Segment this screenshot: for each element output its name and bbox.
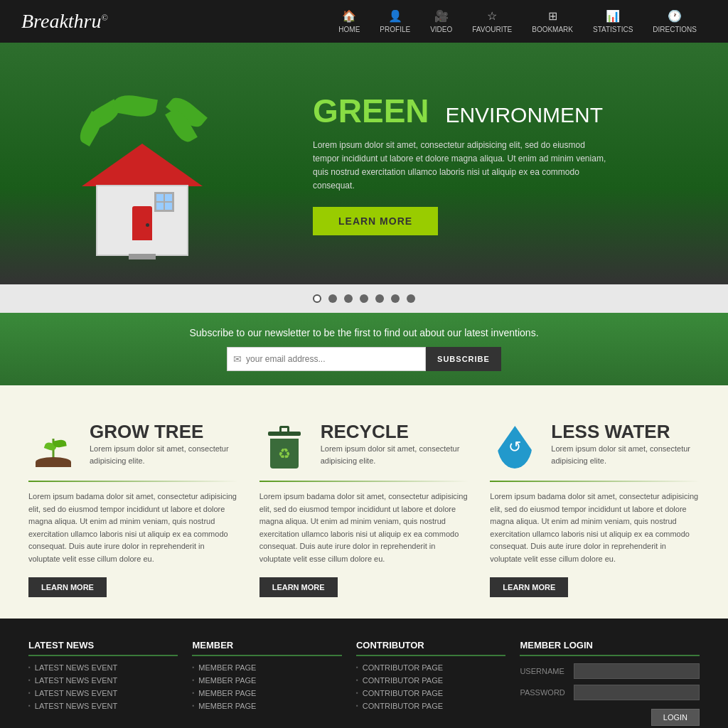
footer-contributor-title: CONTRIBUTOR [356, 640, 505, 656]
email-input[interactable] [246, 354, 419, 364]
footer-member-link-4-label: MEMBER PAGE [198, 702, 256, 710]
bullet-icon-4: ▪ [28, 702, 31, 709]
sprout-leaf-right [53, 439, 66, 448]
nav-directions[interactable]: 🕐 DIRECTIONS [643, 4, 707, 39]
learn-more-button[interactable]: LEARN MORE [313, 207, 438, 235]
nav-home[interactable]: 🏠 HOME [328, 4, 370, 39]
feature-grow-tree-short-desc: Lorem ipsum dolor sit amet, consectetur … [90, 443, 238, 466]
footer-news-link-2[interactable]: ▪ LATEST NEWS EVENT [28, 676, 178, 685]
newsletter-form: ✉ SUBSCRIBE [14, 347, 714, 371]
hero-green-word: GREEN [313, 92, 429, 129]
feature-less-water-short-desc: Lorem ipsum dolor sit amet, consectetur … [551, 443, 700, 466]
footer-news-link-1-label: LATEST NEWS EVENT [35, 663, 117, 672]
directions-icon: 🕐 [668, 9, 682, 23]
features-section: GROW TREE Lorem ipsum dolor sit amet, co… [0, 385, 728, 619]
footer-login-title: MEMBER LOGIN [520, 640, 700, 656]
footer-news-link-3[interactable]: ▪ LATEST NEWS EVENT [28, 689, 178, 697]
leaf-2 [112, 92, 158, 119]
nav-statistics[interactable]: 📊 STATISTICS [583, 4, 643, 39]
feature-recycle-title-wrap: RECYCLE Lorem ipsum dolor sit amet, cons… [321, 421, 469, 473]
hero-title-rest: ENVIRONMENT [445, 103, 603, 127]
feature-less-water-header: ↺ LESS WATER Lorem ipsum dolor sit amet,… [490, 421, 700, 473]
nav-home-label: HOME [338, 26, 360, 33]
footer-contributor-link-1[interactable]: ▪ CONTRIBUTOR PAGE [356, 663, 505, 672]
nav-bookmark[interactable]: ⊞ BOOKMARK [522, 4, 583, 39]
newsletter-text: Subscribe to our newsletter to be the fi… [14, 327, 714, 338]
feature-recycle-button[interactable]: LEARN MORE [259, 577, 338, 597]
dot-3[interactable] [344, 294, 353, 303]
footer-contributor-link-4-label: CONTRIBUTOR PAGE [363, 702, 443, 710]
main-nav: 🏠 HOME 👤 PROFILE 🎥 VIDEO ☆ FAVOURITE ⊞ B… [178, 4, 707, 39]
footer-member-link-2[interactable]: ▪ MEMBER PAGE [192, 676, 341, 685]
footer-member-link-3[interactable]: ▪ MEMBER PAGE [192, 689, 341, 697]
logo: Breakthru© [21, 10, 178, 33]
feature-less-water-divider [490, 481, 700, 482]
feature-grow-tree-long-desc: Lorem ipsum badama dolor sit amet, conse… [28, 491, 238, 566]
nav-favourite[interactable]: ☆ FAVOURITE [462, 4, 522, 39]
dot-5[interactable] [375, 294, 384, 303]
member-bullet-1: ▪ [192, 664, 194, 670]
feature-recycle-short-desc: Lorem ipsum dolor sit amet, consectetur … [321, 443, 469, 466]
dot-2[interactable] [328, 294, 337, 303]
footer-contributor-link-2[interactable]: ▪ CONTRIBUTOR PAGE [356, 676, 505, 685]
feature-grow-tree-button[interactable]: LEARN MORE [28, 577, 107, 597]
footer-news-link-2-label: LATEST NEWS EVENT [35, 676, 117, 685]
password-input[interactable] [574, 685, 700, 700]
footer-contributor-link-3[interactable]: ▪ CONTRIBUTOR PAGE [356, 689, 505, 697]
recycle-symbol: ♻ [278, 445, 291, 462]
footer-member-link-1-label: MEMBER PAGE [198, 663, 256, 672]
feature-recycle-divider [259, 481, 469, 482]
feature-grow-tree-header: GROW TREE Lorem ipsum dolor sit amet, co… [28, 421, 238, 473]
username-input[interactable] [574, 663, 700, 679]
password-field: PASSWORD [520, 685, 700, 700]
footer-news-link-1[interactable]: ▪ LATEST NEWS EVENT [28, 663, 178, 672]
nav-directions-label: DIRECTIONS [653, 26, 697, 33]
footer-news-link-3-label: LATEST NEWS EVENT [35, 689, 117, 697]
dot-6[interactable] [391, 294, 400, 303]
password-label: PASSWORD [520, 688, 568, 697]
nav-bookmark-label: BOOKMARK [532, 26, 573, 33]
feature-less-water-long-desc: Lorem ipsum badama dolor sit amet, conse… [490, 491, 700, 566]
footer-news-link-4[interactable]: ▪ LATEST NEWS EVENT [28, 702, 178, 710]
subscribe-button[interactable]: SUBSCRIBE [426, 347, 501, 371]
feature-grow-tree-title: GROW TREE [90, 421, 238, 443]
contributor-bullet-2: ▪ [356, 677, 358, 683]
house-illustration [64, 85, 220, 270]
feature-less-water-title: LESS WATER [551, 421, 700, 443]
feature-less-water-button[interactable]: LEARN MORE [490, 577, 568, 597]
footer-contributor-link-4[interactable]: ▪ CONTRIBUTOR PAGE [356, 702, 505, 710]
feature-less-water-title-wrap: LESS WATER Lorem ipsum dolor sit amet, c… [551, 421, 700, 473]
house-step [129, 254, 156, 259]
nav-video[interactable]: 🎥 VIDEO [420, 4, 462, 39]
header: Breakthru© 🏠 HOME 👤 PROFILE 🎥 VIDEO ☆ FA… [0, 0, 728, 43]
favourite-icon: ☆ [487, 9, 497, 23]
nav-video-label: VIDEO [430, 26, 452, 33]
logo-symbol: © [102, 13, 108, 23]
dot-4[interactable] [360, 294, 368, 303]
footer-latest-news: LATEST NEWS ▪ LATEST NEWS EVENT ▪ LATEST… [28, 640, 178, 726]
recycle-icon-wrap: ♻ [259, 422, 309, 472]
footer-member-link-4[interactable]: ▪ MEMBER PAGE [192, 702, 341, 710]
footer-member-login: MEMBER LOGIN USERNAME PASSWORD LOGIN [520, 640, 700, 726]
dot-1[interactable] [313, 294, 321, 303]
statistics-icon: 📊 [606, 9, 620, 23]
nav-profile[interactable]: 👤 PROFILE [370, 4, 420, 39]
contributor-bullet-4: ▪ [356, 702, 358, 709]
bullet-icon-1: ▪ [28, 664, 31, 670]
member-bullet-2: ▪ [192, 677, 194, 683]
footer-member-link-1[interactable]: ▪ MEMBER PAGE [192, 663, 341, 672]
footer-member: MEMBER ▪ MEMBER PAGE ▪ MEMBER PAGE ▪ MEM… [192, 640, 341, 726]
sprout-soil [36, 457, 71, 467]
footer: LATEST NEWS ▪ LATEST NEWS EVENT ▪ LATEST… [0, 619, 728, 728]
login-button[interactable]: LOGIN [651, 709, 700, 726]
bin-body: ♻ [270, 439, 299, 469]
hero-image [0, 43, 284, 284]
dot-7[interactable] [407, 294, 415, 303]
footer-contributor-link-1-label: CONTRIBUTOR PAGE [363, 663, 443, 672]
nav-statistics-label: STATISTICS [593, 26, 633, 33]
bookmark-icon: ⊞ [548, 9, 557, 23]
footer-member-title: MEMBER [192, 640, 341, 656]
feature-less-water: ↺ LESS WATER Lorem ipsum dolor sit amet,… [490, 421, 700, 597]
newsletter-section: Subscribe to our newsletter to be the fi… [0, 313, 728, 385]
feature-grow-tree: GROW TREE Lorem ipsum dolor sit amet, co… [28, 421, 238, 597]
